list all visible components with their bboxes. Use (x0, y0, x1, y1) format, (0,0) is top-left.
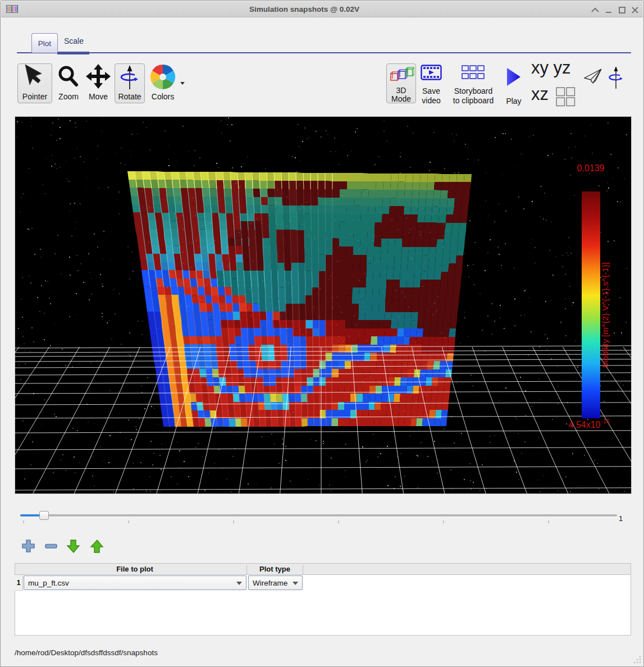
svg-text:0.0139: 0.0139 (577, 163, 605, 173)
svg-text:Mobility [m^{2}.V^{-1}.s^{-1}]: Mobility [m^{2}.V^{-1}.s^{-1}] (600, 262, 610, 368)
svg-text:-16: -16 (601, 418, 610, 424)
svg-text:4.54x10: 4.54x10 (569, 420, 601, 430)
